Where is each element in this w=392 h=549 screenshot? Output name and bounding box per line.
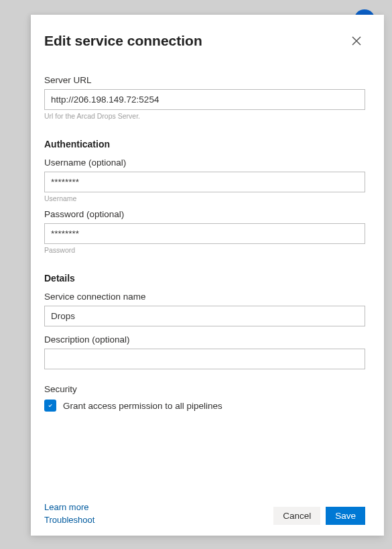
partial-top-edge xyxy=(31,0,384,15)
grant-access-text: Grant access permission to all pipelines xyxy=(63,401,222,411)
security-row: Grant access permission to all pipelines xyxy=(44,400,365,412)
troubleshoot-link[interactable]: Troubleshoot xyxy=(44,515,94,525)
username-input[interactable] xyxy=(44,172,365,192)
password-input[interactable] xyxy=(44,223,365,244)
footer-actions: Cancel Save xyxy=(273,507,365,525)
close-button[interactable] xyxy=(348,32,365,50)
panel-title: Edit service connection xyxy=(44,33,202,49)
username-field: Username (optional) Username xyxy=(44,158,365,202)
description-input[interactable] xyxy=(44,349,365,369)
connection-name-label: Service connection name xyxy=(44,292,365,302)
grant-access-checkbox[interactable] xyxy=(44,400,56,412)
close-icon xyxy=(352,36,361,46)
description-label: Description (optional) xyxy=(44,334,365,345)
server-url-hint: Url for the Arcad Drops Server. xyxy=(44,112,365,120)
panel-footer: Learn more Troubleshoot Cancel Save xyxy=(44,485,365,525)
panel-header: Edit service connection xyxy=(44,32,365,50)
learn-more-link[interactable]: Learn more xyxy=(44,502,94,512)
cancel-button[interactable]: Cancel xyxy=(273,507,320,525)
connection-name-field: Service connection name xyxy=(44,292,365,326)
username-hint: Username xyxy=(44,194,365,202)
edit-service-connection-panel: Edit service connection Server URL Url f… xyxy=(31,15,384,536)
password-label: Password (optional) xyxy=(44,209,365,219)
details-section: Details xyxy=(44,273,365,284)
description-field: Description (optional) xyxy=(44,334,365,369)
server-url-field: Server URL Url for the Arcad Drops Serve… xyxy=(44,75,365,120)
password-hint: Password xyxy=(44,246,365,254)
password-field: Password (optional) Password xyxy=(44,209,365,254)
server-url-input[interactable] xyxy=(44,89,365,110)
viewport: Edit service connection Server URL Url f… xyxy=(0,0,392,549)
connection-name-input[interactable] xyxy=(44,306,365,326)
server-url-label: Server URL xyxy=(44,75,365,85)
form-body: Server URL Url for the Arcad Drops Serve… xyxy=(44,68,365,485)
username-label: Username (optional) xyxy=(44,158,365,168)
save-button[interactable]: Save xyxy=(326,507,365,525)
footer-links: Learn more Troubleshoot xyxy=(44,502,94,525)
checkmark-icon xyxy=(48,402,52,410)
security-label: Security xyxy=(44,384,365,394)
authentication-section: Authentication xyxy=(44,139,365,149)
